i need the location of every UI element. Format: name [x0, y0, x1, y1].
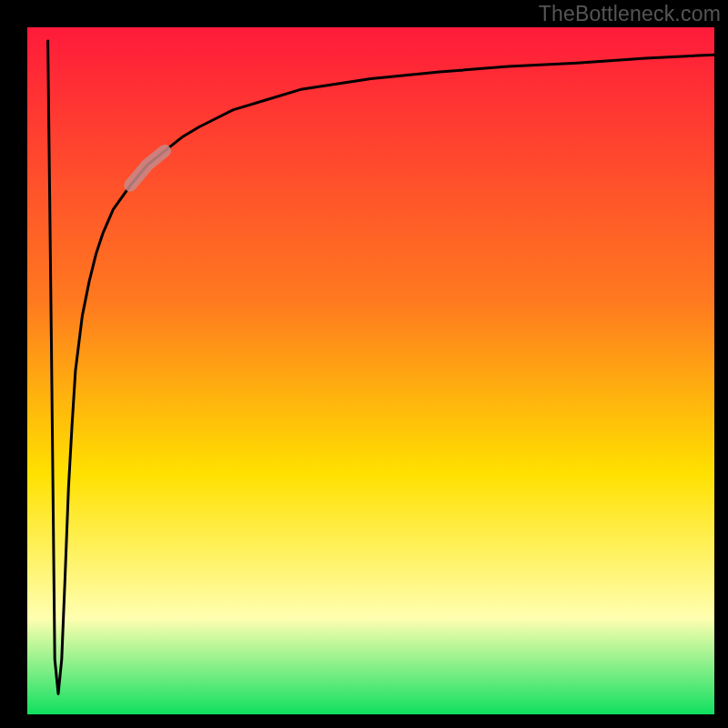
- plot-svg: [27, 27, 714, 714]
- plot-area: [27, 27, 714, 714]
- watermark-text: TheBottleneck.com: [539, 2, 721, 26]
- gradient-background: [27, 27, 714, 714]
- chart-frame: TheBottleneck.com: [0, 0, 728, 728]
